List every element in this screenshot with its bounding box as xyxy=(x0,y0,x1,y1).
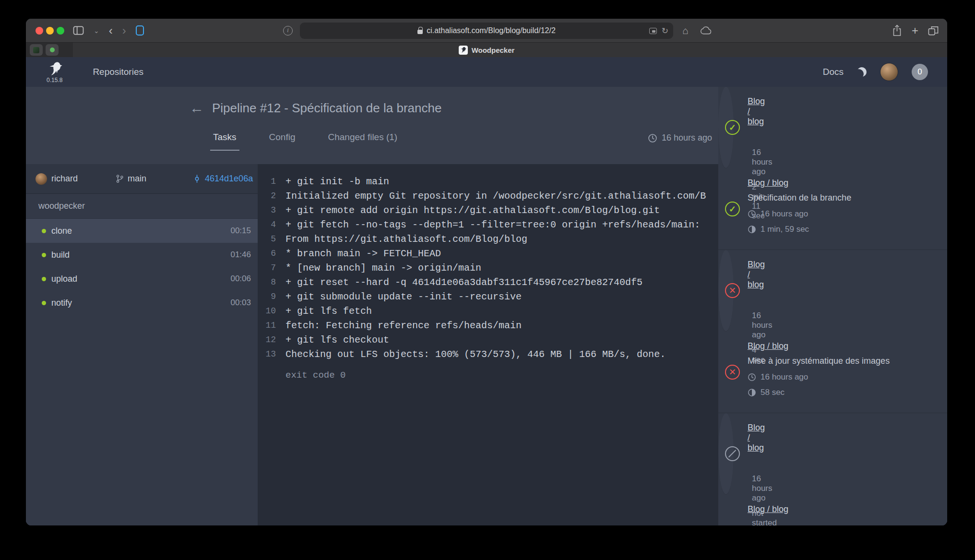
reload-icon[interactable]: ↻ xyxy=(662,26,668,36)
step-list: clone 00:15 build 01:46 xyxy=(26,219,258,315)
run-message: Mise à jour systématique des images xyxy=(748,356,939,367)
run-repo-link[interactable]: Blog / blog xyxy=(748,96,765,127)
log-line: 3 + git remote add origin https://git.at… xyxy=(258,203,718,217)
pipeline-run-card[interactable]: Blog / blog Spécification de la branche … xyxy=(718,168,947,250)
pipeline-tabs-row: Tasks Config Changed files (1) 16 hours … xyxy=(26,129,718,164)
nav-docs[interactable]: Docs xyxy=(823,67,844,77)
close-window-button[interactable] xyxy=(36,27,43,35)
log-line: 9 + git submodule update --init --recurs… xyxy=(258,289,718,304)
dark-mode-toggle-icon[interactable] xyxy=(857,67,867,77)
reader-icon[interactable] xyxy=(649,28,657,34)
pipeline-tab[interactable]: Config xyxy=(266,129,298,151)
duration-icon xyxy=(748,388,756,397)
woodpecker-logo-icon xyxy=(47,61,62,76)
step-row[interactable]: clone 00:15 xyxy=(26,219,258,243)
run-duration-text: 58 sec xyxy=(761,388,785,397)
woodpecker-app: 0.15.8 Repositories Docs 0 ← Pipeline #1… xyxy=(26,57,947,525)
pipeline-tab[interactable]: Changed files (1) xyxy=(325,129,401,151)
pipeline-run-card[interactable]: Blog / blog Mise à jour systématique des… xyxy=(718,332,947,413)
chevron-down-icon[interactable]: ⌄ xyxy=(94,27,99,34)
user-avatar[interactable] xyxy=(880,63,898,81)
run-time-text: 16 hours ago xyxy=(761,209,808,219)
pipeline-run-card[interactable]: Blog / blog Remplacement de drone par wo… xyxy=(718,413,734,495)
home-icon[interactable]: ⌂ xyxy=(682,25,689,36)
run-info: Blog / blog xyxy=(748,495,939,525)
share-icon[interactable] xyxy=(892,24,902,36)
log-line-text: + git init -b main xyxy=(276,176,389,187)
log-line: 2 Initialized empty Git repository in /w… xyxy=(258,189,718,203)
step-name: build xyxy=(51,250,70,260)
log-line: 4 + git fetch --no-tags --depth=1 --filt… xyxy=(258,217,718,232)
run-repo-link[interactable]: Blog / blog xyxy=(748,260,765,290)
address-bar[interactable]: ci.athaliasoft.com/Blog/blog/build/12/2 … xyxy=(300,23,673,39)
lock-icon xyxy=(417,30,423,34)
run-duration: 58 sec xyxy=(748,388,939,397)
pipeline-run-card[interactable]: Blog / blog xyxy=(718,495,947,525)
log-line-text: + git lfs fetch xyxy=(276,306,372,317)
log-line-text: + git fetch --no-tags --depth=1 --filter… xyxy=(276,219,700,230)
clock-icon xyxy=(748,210,756,218)
new-tab-icon[interactable]: + xyxy=(912,24,918,37)
log-line: 10 + git lfs fetch xyxy=(258,304,718,318)
log-line: 11 fetch: Fetching reference refs/heads/… xyxy=(258,318,718,333)
step-row[interactable]: build 01:46 xyxy=(26,243,258,267)
log-line-text: * branch main -> FETCH_HEAD xyxy=(276,248,441,259)
minimize-window-button[interactable] xyxy=(46,27,54,35)
app-version: 0.15.8 xyxy=(47,77,62,83)
notification-badge[interactable]: 0 xyxy=(912,64,928,80)
nav-repositories[interactable]: Repositories xyxy=(93,67,143,77)
run-repo-link[interactable]: Blog / blog xyxy=(748,341,788,351)
run-status-icon xyxy=(725,283,740,298)
browser-extra-group: ⌂ xyxy=(682,19,712,42)
pipeline-run-card[interactable]: Blog / blog Spécification de la branche … xyxy=(718,87,734,168)
log-line-number: 1 xyxy=(258,177,276,186)
duration-icon xyxy=(748,225,756,234)
step-status-dot xyxy=(42,301,46,305)
cloud-icon[interactable] xyxy=(700,26,712,35)
back-arrow-icon[interactable]: ← xyxy=(190,101,204,115)
tab-overview-icon[interactable] xyxy=(928,26,939,36)
woodpecker-favicon xyxy=(459,46,468,55)
pipeline-run-card[interactable]: Blog / blog Mise à jour systématique des… xyxy=(718,250,734,332)
step-row[interactable]: notify 00:03 xyxy=(26,291,258,315)
run-time-text: 16 hours ago xyxy=(761,372,808,382)
page-icon[interactable] xyxy=(136,25,144,36)
step-duration: 00:06 xyxy=(230,274,251,284)
log-line: 7 * [new branch] main -> origin/main xyxy=(258,261,718,275)
exit-code: exit code 0 xyxy=(258,370,718,381)
run-info: Blog / blog Spécification de la branche … xyxy=(748,168,939,250)
commit-meta-row: richard main 4614d1e06a xyxy=(26,164,258,194)
browser-nav-group: ⌄ ‹ › xyxy=(73,19,144,42)
sidebar-toggle-icon[interactable] xyxy=(73,26,84,35)
back-icon[interactable]: ‹ xyxy=(109,25,113,36)
created-text: 16 hours ago xyxy=(662,133,712,143)
run-repo-link[interactable]: Blog / blog xyxy=(748,423,765,453)
zoom-window-button[interactable] xyxy=(57,27,64,35)
run-status-icon xyxy=(725,202,740,216)
run-status-icon xyxy=(725,446,740,461)
run-repo-link[interactable]: Blog / blog xyxy=(748,178,788,188)
step-row[interactable]: upload 00:06 xyxy=(26,267,258,291)
forward-icon[interactable]: › xyxy=(122,25,126,36)
browser-right-group: + xyxy=(892,19,939,42)
step-status-dot xyxy=(42,253,46,257)
traffic-lights xyxy=(36,27,64,35)
run-repo-link[interactable]: Blog / blog xyxy=(748,504,788,514)
log-line: 1 + git init -b main xyxy=(258,174,718,189)
log-line-number: 10 xyxy=(258,306,276,316)
run-duration: 1 min, 59 sec xyxy=(748,225,939,234)
info-icon[interactable]: i xyxy=(283,26,293,36)
commit-hash-link[interactable]: 4614d1e06a xyxy=(205,174,253,184)
log-line-text: + git remote add origin https://git.atha… xyxy=(276,205,660,216)
tab-title: Woodpecker xyxy=(472,46,515,54)
log-line: 8 + git reset --hard -q 4614d1e06a3dabf3… xyxy=(258,275,718,289)
log-line-number: 5 xyxy=(258,234,276,244)
woodpecker-logo[interactable]: 0.15.8 xyxy=(47,61,62,83)
tab-woodpecker[interactable]: Woodpecker xyxy=(26,43,947,57)
pipeline-tab[interactable]: Tasks xyxy=(210,129,239,151)
branch-icon xyxy=(115,174,124,183)
log-lines: 1 + git init -b main 2 Initialized empty… xyxy=(258,174,718,361)
log-line-text: fetch: Fetching reference refs/heads/mai… xyxy=(276,320,522,331)
log-line-text: + git submodule update --init --recursiv… xyxy=(276,291,522,302)
run-time: 16 hours ago xyxy=(748,372,939,382)
